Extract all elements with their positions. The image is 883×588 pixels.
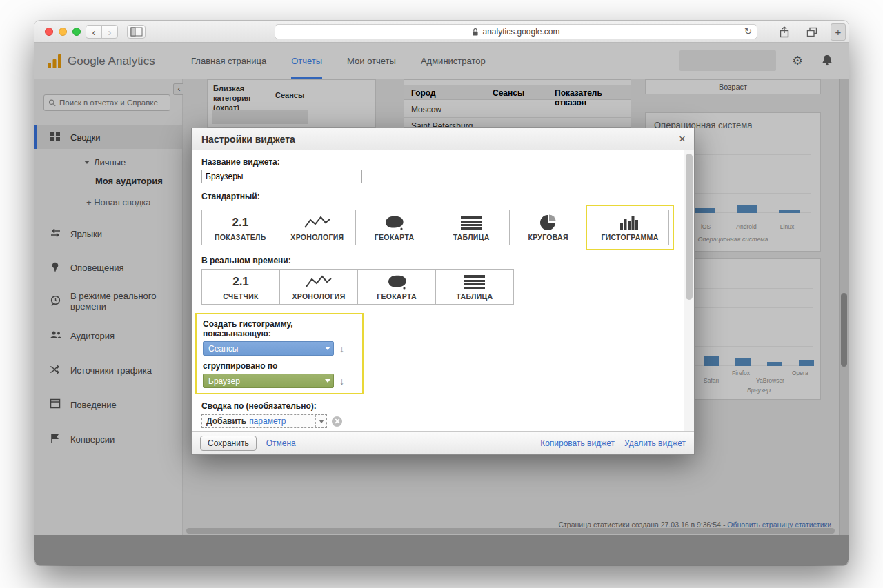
pie-icon [540,214,557,231]
standard-section-label: Стандартный: [201,192,674,201]
grouped-by-label: сгруппировано по [203,361,356,371]
pivot-label: Сводка по (необязательно): [201,401,674,411]
type-pie-button[interactable]: КРУГОВАЯ [509,210,587,245]
type-table-button[interactable]: ТАБЛИЦА [433,210,510,245]
close-icon[interactable]: × [679,132,686,146]
remove-circle-icon[interactable] [332,416,342,427]
add-label: Добавить [206,416,246,426]
dimension-select-value: Браузер [208,376,240,386]
geomap-icon [385,274,408,290]
copy-widget-link[interactable]: Копировать виджет [540,438,615,448]
refresh-icon[interactable]: ↻ [744,26,752,37]
type-rt-geomap-button[interactable]: ГЕОКАРТА [357,269,436,305]
add-dimension-select[interactable]: Добавить параметр [201,414,327,428]
type-counter-button[interactable]: 2.1 СЧЕТЧИК [201,269,280,305]
realtime-section-label: В реальном времени: [201,256,674,265]
counter-2-1-icon: 2.1 [232,274,249,290]
geomap-icon [382,214,406,231]
type-rt-table-button[interactable]: ТАБЛИЦА [435,269,514,305]
address-bar[interactable]: analytics.google.com ↻ [275,24,757,39]
minimize-window-button[interactable] [59,28,67,36]
new-tab-button[interactable]: + [831,23,846,41]
delete-widget-link[interactable]: Удалить виджет [624,438,686,448]
selected-type-highlight: ГИСТОГРАММА [586,205,674,250]
timeline-icon [305,274,333,290]
share-icon[interactable] [778,26,791,41]
type-metric-button[interactable]: 2.1 ПОКАЗАТЕЛЬ [201,210,279,245]
timeline-icon [304,214,331,231]
widget-name-label: Название виджета: [201,157,674,167]
chevron-down-icon [315,415,326,427]
forward-button[interactable]: › [101,25,118,39]
lock-icon [472,28,479,37]
type-geomap-button[interactable]: ГЕОКАРТА [355,210,433,245]
dialog-title: Настройки виджета [192,128,694,150]
close-window-button[interactable] [45,28,53,36]
cancel-link[interactable]: Отмена [266,438,296,448]
type-timeline-button[interactable]: ХРОНОЛОГИЯ [279,210,357,245]
histogram-config-highlight: Создать гистограмму, показывающую: Сеанс… [195,313,364,394]
realtime-widget-types: 2.1 СЧЕТЧИК ХРОНОЛОГИЯ ГЕОКАРТА ТАБЛИЦА [201,269,674,305]
dialog-scrollbar-track[interactable] [684,150,694,431]
back-button[interactable]: ‹ [86,25,102,39]
chevron-down-icon [321,374,333,387]
reorder-down-icon[interactable]: ↓ [339,343,344,354]
sidebar-toggle-button[interactable] [127,25,146,39]
histogram-section-label: Создать гистограмму, показывающую: [203,319,356,338]
type-rt-timeline-button[interactable]: ХРОНОЛОГИЯ [279,269,358,305]
metric-2-1-icon: 2.1 [232,214,248,231]
url-text: analytics.google.com [482,27,559,37]
widget-name-input[interactable] [201,170,362,183]
sidebar-pane-icon [130,27,143,37]
table-icon [464,274,485,290]
metric-select-value: Сеансы [208,344,238,354]
dimension-select[interactable]: Браузер [203,374,334,388]
widget-settings-dialog: Настройки виджета × Название виджета: Ст… [191,128,695,455]
dialog-footer: Сохранить Отмена Копировать виджет Удали… [192,431,694,454]
metric-select[interactable]: Сеансы [203,341,334,356]
type-histogram-button[interactable]: ГИСТОГРАММА [591,210,669,245]
zoom-window-button[interactable] [72,28,81,36]
dialog-body: Название виджета: Стандартный: 2.1 ПОКАЗ… [192,150,684,431]
dialog-scrollbar-thumb[interactable] [686,154,693,300]
histogram-icon [620,214,639,231]
browser-toolbar: ‹ › analytics.google.com ↻ + [34,21,849,43]
chevron-down-icon [321,342,333,355]
table-icon [461,214,482,231]
standard-widget-types: 2.1 ПОКАЗАТЕЛЬ ХРОНОЛОГИЯ ГЕОКАРТА ТАБЛИ… [201,205,674,250]
reorder-down-icon[interactable]: ↓ [339,376,344,387]
browser-window: ‹ › analytics.google.com ↻ + Google Anal… [34,21,849,565]
tab-overview-icon[interactable] [806,26,818,41]
param-label: параметр [249,416,286,426]
save-button[interactable]: Сохранить [200,436,257,451]
